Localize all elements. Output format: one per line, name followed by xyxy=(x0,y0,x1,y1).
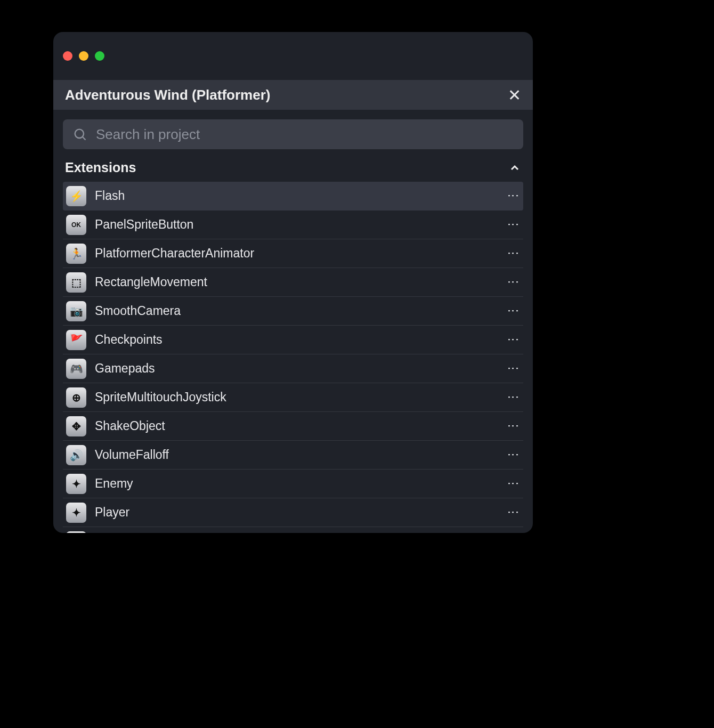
panel-title: Adventurous Wind (Platformer) xyxy=(65,87,270,103)
window-controls xyxy=(53,32,533,80)
section-header-extensions[interactable]: Extensions xyxy=(53,155,533,182)
extension-icon: 📷 xyxy=(66,301,86,321)
extension-icon: 🏃 xyxy=(66,244,86,264)
extension-icon: 🚩 xyxy=(66,330,86,350)
extension-label: PanelSpriteButton xyxy=(95,217,498,232)
panel-title-bar: Adventurous Wind (Platformer) ✕ xyxy=(53,80,533,110)
extension-icon: 🎮 xyxy=(66,359,86,379)
close-icon[interactable]: ✕ xyxy=(508,86,521,104)
extension-row[interactable]: ⊕SpriteMultitouchJoystick⋮ xyxy=(63,383,523,412)
extension-icon: ⚡ xyxy=(66,186,86,206)
window-close-dot[interactable] xyxy=(63,51,72,61)
row-menu-icon[interactable]: ⋮ xyxy=(506,420,520,433)
extension-label: Flash xyxy=(95,189,498,203)
row-menu-icon[interactable]: ⋮ xyxy=(506,478,520,490)
row-menu-icon[interactable]: ⋮ xyxy=(506,391,520,404)
extension-icon: 🔊 xyxy=(66,445,86,465)
section-title: Extensions xyxy=(65,160,136,175)
row-menu-icon[interactable]: ⋮ xyxy=(506,247,520,260)
row-menu-icon[interactable]: ⋮ xyxy=(506,219,520,231)
row-menu-icon[interactable]: ⋮ xyxy=(506,334,520,346)
extension-label: Player xyxy=(95,505,498,520)
svg-line-1 xyxy=(83,137,85,140)
search-placeholder: Search in project xyxy=(96,126,200,143)
extension-icon: ✦ xyxy=(66,531,86,533)
extension-label: SpriteMultitouchJoystick xyxy=(95,390,498,405)
extension-row[interactable]: ✦Enemy⋮ xyxy=(63,470,523,498)
extension-icon: ✥ xyxy=(66,416,86,436)
extension-label: Enemy xyxy=(95,476,498,491)
extension-icon: ✦ xyxy=(66,474,86,494)
extension-label: Checkpoints xyxy=(95,333,498,347)
extension-row[interactable]: 🏃PlatformerCharacterAnimator⋮ xyxy=(63,239,523,268)
chevron-up-icon xyxy=(508,161,521,174)
row-menu-icon[interactable]: ⋮ xyxy=(506,506,520,519)
extension-row[interactable]: 🔊VolumeFalloff⋮ xyxy=(63,441,523,470)
window-minimize-dot[interactable] xyxy=(79,51,88,61)
svg-point-0 xyxy=(75,130,84,138)
extension-icon: ✦ xyxy=(66,503,86,523)
extension-label: ShakeObject xyxy=(95,419,498,433)
search-input[interactable]: Search in project xyxy=(63,119,523,149)
row-menu-icon[interactable]: ⋮ xyxy=(506,362,520,375)
row-menu-icon[interactable]: ⋮ xyxy=(506,305,520,318)
extension-row[interactable]: ✦Player⋮ xyxy=(63,498,523,527)
search-icon xyxy=(72,127,87,142)
extension-label: Gamepads xyxy=(95,361,498,376)
extension-label: SmoothCamera xyxy=(95,304,498,318)
extension-icon: OK xyxy=(66,215,86,235)
extension-icon: ⊕ xyxy=(66,387,86,408)
extension-row[interactable]: 📷SmoothCamera⋮ xyxy=(63,297,523,326)
extension-row[interactable]: OKPanelSpriteButton⋮ xyxy=(63,211,523,239)
extension-list: ⚡Flash⋮OKPanelSpriteButton⋮🏃PlatformerCh… xyxy=(53,182,533,533)
extension-label: RectangleMovement xyxy=(95,275,498,289)
extension-row[interactable]: 🎮Gamepads⋮ xyxy=(63,354,523,383)
extension-row[interactable]: ⬚RectangleMovement⋮ xyxy=(63,268,523,297)
window-zoom-dot[interactable] xyxy=(95,51,104,61)
extension-icon: ⬚ xyxy=(66,272,86,293)
extension-row[interactable]: 🚩Checkpoints⋮ xyxy=(63,326,523,354)
extension-label: VolumeFalloff xyxy=(95,448,498,462)
project-panel-window: Adventurous Wind (Platformer) ✕ Search i… xyxy=(53,32,533,533)
extension-row[interactable]: ⚡Flash⋮ xyxy=(63,182,523,211)
row-menu-icon[interactable]: ⋮ xyxy=(506,276,520,289)
extension-row[interactable]: ✦UserInterface⋮ xyxy=(63,527,523,533)
row-menu-icon[interactable]: ⋮ xyxy=(506,190,520,203)
extension-label: PlatformerCharacterAnimator xyxy=(95,246,498,261)
extension-row[interactable]: ✥ShakeObject⋮ xyxy=(63,412,523,441)
row-menu-icon[interactable]: ⋮ xyxy=(506,449,520,462)
